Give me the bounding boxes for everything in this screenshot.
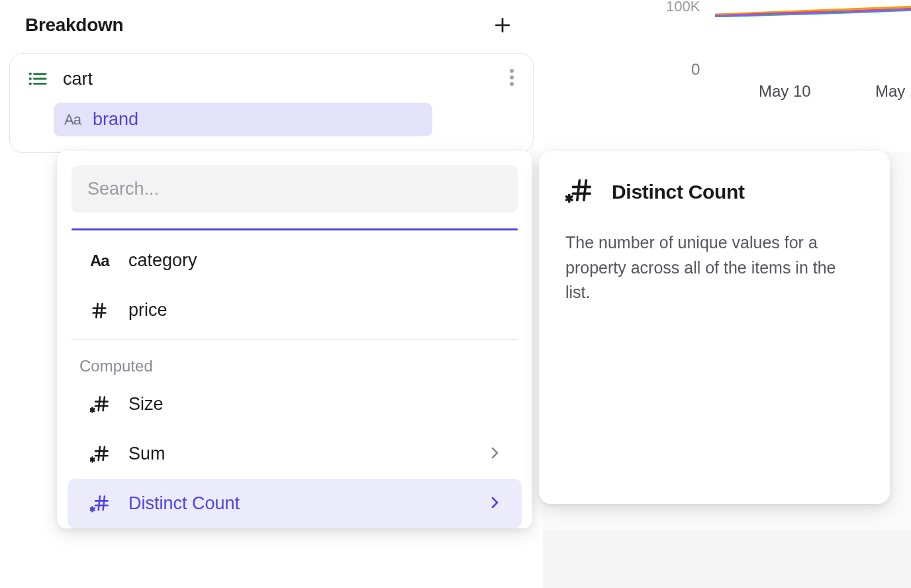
x-axis-tick-may10: May 10 [759,82,811,101]
section-title: Breakdown [25,15,123,36]
detail-panel: Distinct Count The number of unique valu… [539,151,890,504]
text-type-icon: Aa [90,252,114,270]
selected-property-name: brand [93,109,138,130]
breakdown-title: cart [63,69,93,89]
detail-title: Distinct Count [612,181,745,203]
computed-item-size[interactable]: Size [68,379,522,429]
list-icon [28,71,47,87]
property-item-category[interactable]: Aa category [68,236,522,285]
svg-point-10 [510,82,514,86]
property-label: price [128,300,168,320]
background-strip [543,530,911,588]
chevron-right-icon [491,446,499,462]
svg-point-6 [29,82,32,85]
more-options-button[interactable] [509,68,514,89]
svg-point-8 [510,69,514,73]
svg-line-18 [103,397,105,411]
property-dropdown: Aa category price Computed [57,151,532,528]
hash-star-icon [90,444,114,464]
property-item-price[interactable]: price [68,285,522,335]
search-input[interactable] [87,179,502,199]
svg-line-24 [99,446,100,460]
svg-line-32 [103,496,105,510]
group-label-computed: Computed [57,344,532,379]
svg-line-25 [103,446,105,460]
computed-item-sum[interactable]: Sum [68,429,522,479]
computed-item-distinct-count[interactable]: Distinct Count [68,479,522,528]
y-axis-tick-0: 0 [691,60,700,79]
computed-label: Size [128,394,164,415]
add-breakdown-button[interactable] [494,17,511,34]
svg-point-4 [29,77,32,80]
hash-icon [90,301,114,320]
breakdown-card[interactable]: cart Aa brand [9,53,534,153]
chevron-right-icon [491,496,499,512]
svg-line-13 [96,303,97,317]
computed-label: Sum [128,444,166,464]
search-box[interactable] [72,166,518,213]
svg-line-31 [99,496,100,510]
svg-line-14 [101,303,102,317]
computed-label: Distinct Count [128,493,240,514]
svg-point-9 [510,75,514,79]
svg-line-39 [584,180,587,200]
chart-area: 100K 0 May 10 May 1 [543,0,911,152]
divider [72,339,518,340]
svg-line-17 [99,397,100,411]
text-type-icon: Aa [64,111,81,128]
chart-lines [715,1,911,17]
detail-description: The number of unique values for a proper… [565,230,863,305]
hash-star-icon [90,494,114,514]
property-label: category [128,250,197,271]
svg-line-38 [577,180,580,200]
y-axis-tick-100k: 100K [666,0,700,15]
hash-star-icon [565,177,592,207]
x-axis-tick-may1: May 1 [875,82,911,101]
selected-property-chip[interactable]: Aa brand [54,103,432,136]
svg-point-2 [29,72,32,75]
hash-star-icon [90,395,114,415]
